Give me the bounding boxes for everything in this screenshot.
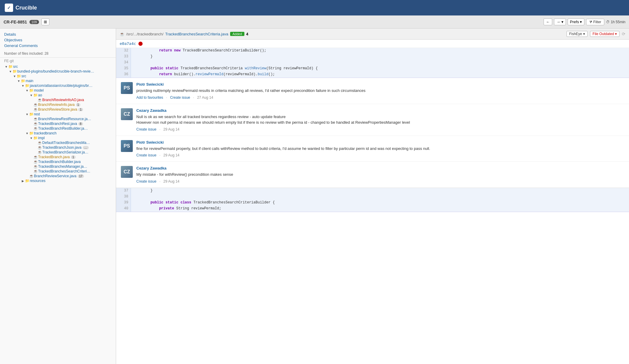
- folder-icon-main: 📁: [21, 79, 26, 83]
- line-content-35: public static TrackedBranchesSearchCrite…: [131, 66, 629, 72]
- tree-folder-rest[interactable]: ▼ 📁 rest: [0, 112, 116, 117]
- add-to-favourites-link-1[interactable]: Add to favourites: [136, 95, 163, 100]
- folder-icon-model: 📁: [29, 88, 34, 92]
- expand-button[interactable]: ⊞: [41, 18, 49, 25]
- tree-label-defaulttracked: DefaultTrackedBranchesMa…: [42, 141, 90, 145]
- comment-actions-1: Add to favourites · Create issue · 27 Au…: [136, 95, 624, 100]
- comment-author-1[interactable]: Piotr Swiecicki: [136, 82, 624, 87]
- tree-folder-bundled[interactable]: ▼ 📁 bundled-plugins/bundled/crucible-bra…: [0, 69, 116, 74]
- tree-label-trackedbranchserializer: TrackedBranchSerializer.ja…: [42, 150, 88, 154]
- tree-file-branchreviewinfo[interactable]: ☕ BranchReviewInfo.java 1: [0, 102, 116, 107]
- nav-forward-button[interactable]: → ▾: [554, 18, 566, 25]
- tree-label-trackedbranchessearchcriteri: TrackedBranchesSearchCriteri…: [38, 169, 90, 173]
- comment-item-4: CZ Cezary Zawadka My mistake - for withR…: [116, 162, 629, 188]
- folder-icon-trackedbranch: 📁: [29, 131, 34, 135]
- code-line-33: 33 }: [116, 54, 629, 60]
- file-outdated-button[interactable]: File Outdated ▾: [590, 31, 619, 37]
- line-num-37: 37: [116, 188, 131, 194]
- comment-item-2: CZ Cezary Zawadka Null is ok as we searc…: [116, 104, 629, 136]
- create-issue-link-4[interactable]: Create issue: [136, 179, 156, 183]
- comment-author-4[interactable]: Cezary Zawadka: [136, 166, 624, 170]
- prefs-button[interactable]: Prefs ▾: [568, 18, 584, 25]
- line-content-34: [131, 60, 629, 66]
- code-line-32: 32 return new TrackedBranchesSearchCrite…: [116, 48, 629, 54]
- tree-label-trackedbranchrestbuilder: TrackedBranchRestBuilder.ja…: [38, 126, 88, 131]
- tree-folder-trackedbranch[interactable]: ▼ 📁 trackedbranch: [0, 131, 116, 136]
- tree-label-ao: ao: [38, 93, 42, 97]
- file-icon-branchreviewrest: ☕: [33, 117, 38, 121]
- tree-folder-ao[interactable]: ▼ 📁 ao: [0, 93, 116, 98]
- tree-file-branchreviewinfao[interactable]: ☕ BranchReviewInfoAO.java: [0, 98, 116, 102]
- create-issue-link-3[interactable]: Create issue: [136, 153, 156, 157]
- time-display: ⏱ 1h 55min: [606, 20, 625, 24]
- code-line-37: 37 }: [116, 188, 629, 194]
- sidebar-item-objectives[interactable]: Objectives: [4, 37, 112, 43]
- create-issue-link-1[interactable]: Create issue: [170, 95, 190, 100]
- line-num-32: 32: [116, 48, 131, 54]
- comment-text-1: providing null/empty reviewPermaId resul…: [136, 88, 624, 94]
- tree-file-trackedbranchbuilder[interactable]: ☕ TrackedBranchBuilder.java: [0, 159, 116, 164]
- comment-actions-3: Create issue · 29 Aug 14: [136, 153, 624, 157]
- content-panel: ☕ /src/.../trackedbranch/ TrackedBranche…: [116, 29, 629, 364]
- tree-folder-src2[interactable]: ▼ 📁 src: [0, 74, 116, 79]
- app-name: Crucible: [15, 5, 37, 11]
- tree-label-trackedbranchbuilder: TrackedBranchBuilder.java: [38, 160, 81, 164]
- comment-actions-2: Create issue · 29 Aug 14: [136, 127, 624, 131]
- tree-folder-java[interactable]: ▼ 📁 java/com/atlassian/crucible/plugins/…: [0, 83, 116, 88]
- tree-file-branchreviewstore[interactable]: ☕ BranchReviewStore.java 1: [0, 107, 116, 112]
- folder-icon-bundled: 📁: [13, 69, 17, 73]
- tree-file-trackedbranch[interactable]: ☕ TrackedBranch.java 1: [0, 155, 116, 159]
- tree-folder-main[interactable]: ▼ 📁 main: [0, 79, 116, 83]
- comment-author-3[interactable]: Piotr Swiecicki: [136, 140, 624, 145]
- comment-author-2[interactable]: Cezary Zawadka: [136, 108, 624, 113]
- clock-icon: ⏱: [606, 20, 610, 24]
- avatar-4: CZ: [121, 166, 133, 178]
- tree-file-trackedbranchrestbuilder[interactable]: ☕ TrackedBranchRestBuilder.ja…: [0, 126, 116, 131]
- tree-file-trackedbranchrest[interactable]: ☕ TrackedBranchRest.java 8: [0, 121, 116, 126]
- tree-label-model: model: [34, 88, 44, 92]
- file-icon-trackedbranchbuilder: ☕: [33, 160, 38, 164]
- count-trackedbranchrest: 8: [78, 122, 83, 125]
- fisheye-button[interactable]: FishEye ▾: [566, 31, 588, 37]
- sidebar-item-details[interactable]: Details: [4, 32, 112, 37]
- tree-file-branchreviewservice[interactable]: ☕ BranchReviewService.java 17: [0, 174, 116, 178]
- filter-button[interactable]: ⧩ Filter: [586, 19, 604, 25]
- toggle-main: ▼: [17, 79, 21, 83]
- tree-file-trackedbranchjson[interactable]: ☕ TrackedBranchJson.java …: [0, 145, 116, 150]
- tree-label-trackedbranchrest: TrackedBranchRest.java: [38, 122, 77, 126]
- file-tree: ▼ 📁 src ▼ 📁 bundled-plugins/bundled/cruc…: [0, 64, 116, 183]
- sidebar-item-general-comments[interactable]: General Comments: [4, 43, 112, 48]
- folder-icon-src: 📁: [8, 65, 13, 69]
- sidebar: Details Objectives General Comments Numb…: [0, 29, 116, 364]
- tree-file-trackedbranchserializer[interactable]: ☕ TrackedBranchSerializer.ja…: [0, 150, 116, 155]
- tree-label-trackedbranch: trackedbranch: [34, 131, 57, 135]
- commit-dot[interactable]: [138, 42, 143, 46]
- time-value: 1h 55min: [611, 20, 625, 24]
- tree-folder-resources[interactable]: ▶ 📁 resources: [0, 178, 116, 183]
- comment-text-4: My mistake - for withReview() preconditi…: [136, 172, 624, 178]
- line-content-36: return builder().reviewPermaId(reviewPer…: [131, 72, 629, 78]
- file-name[interactable]: TrackedBranchesSearchCriteria.java: [165, 32, 228, 36]
- nav-back-button[interactable]: ←: [544, 18, 552, 25]
- tree-label-branchreviewstore: BranchReviewStore.java: [38, 107, 77, 112]
- tree-folder-model[interactable]: ▼ 📁 model: [0, 88, 116, 93]
- tree-file-trackedbranchesmanager[interactable]: ☕ TrackedBranchesManager.ja…: [0, 164, 116, 169]
- folder-icon-resources: 📁: [25, 179, 30, 183]
- code-line-36: 36 return builder().reviewPermaId(review…: [116, 72, 629, 78]
- line-num-39: 39: [116, 200, 131, 206]
- commit-hash[interactable]: e0a7a4c: [120, 41, 136, 46]
- folder-icon-java: 📁: [25, 84, 30, 88]
- tree-file-trackedbranchessearchcriteri[interactable]: ☕ TrackedBranchesSearchCriteri…: [0, 169, 116, 174]
- comment-date-2: 29 Aug 14: [163, 127, 180, 131]
- tree-file-defaulttracked[interactable]: ☕ DefaultTrackedBranchesMa…: [0, 140, 116, 145]
- comment-body-3: Piotr Swiecicki fine for reviewPermaId p…: [136, 140, 624, 158]
- tree-label-bundled: bundled-plugins/bundled/crucible-branch-…: [17, 69, 94, 73]
- file-icon-trackedbranchesmanager: ☕: [33, 164, 38, 169]
- file-icon-branchreviewservice: ☕: [29, 174, 34, 178]
- tree-file-branchreviewrest[interactable]: ☕ BranchReviewRestResource.ja…: [0, 117, 116, 121]
- tree-folder-impl[interactable]: ▼ 📁 impl: [0, 136, 116, 140]
- commit-bar: e0a7a4c: [116, 40, 629, 48]
- create-issue-link-2[interactable]: Create issue: [136, 127, 156, 131]
- tree-folder-src[interactable]: ▼ 📁 src: [0, 64, 116, 69]
- code-line-35: 35 public static TrackedBranchesSearchCr…: [116, 66, 629, 72]
